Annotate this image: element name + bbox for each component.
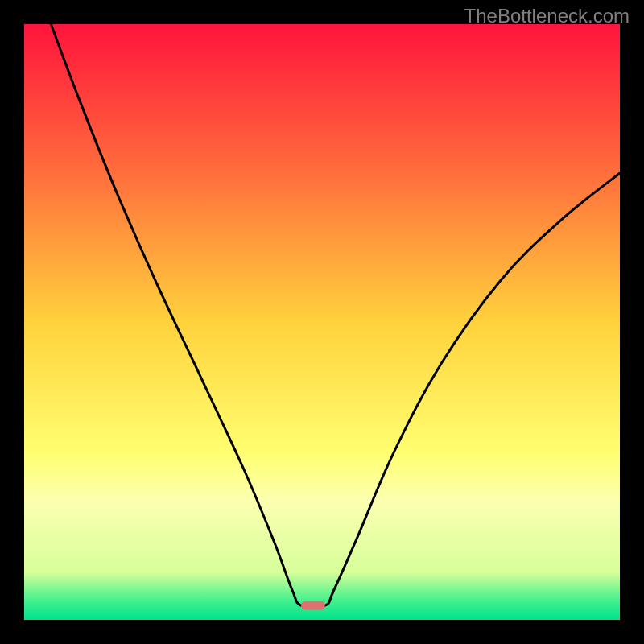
chart-background (24, 24, 620, 620)
chart-svg (24, 24, 620, 620)
optimum-marker (301, 601, 325, 610)
watermark-text: TheBottleneck.com (464, 5, 630, 27)
chart-plot-area (24, 24, 620, 620)
